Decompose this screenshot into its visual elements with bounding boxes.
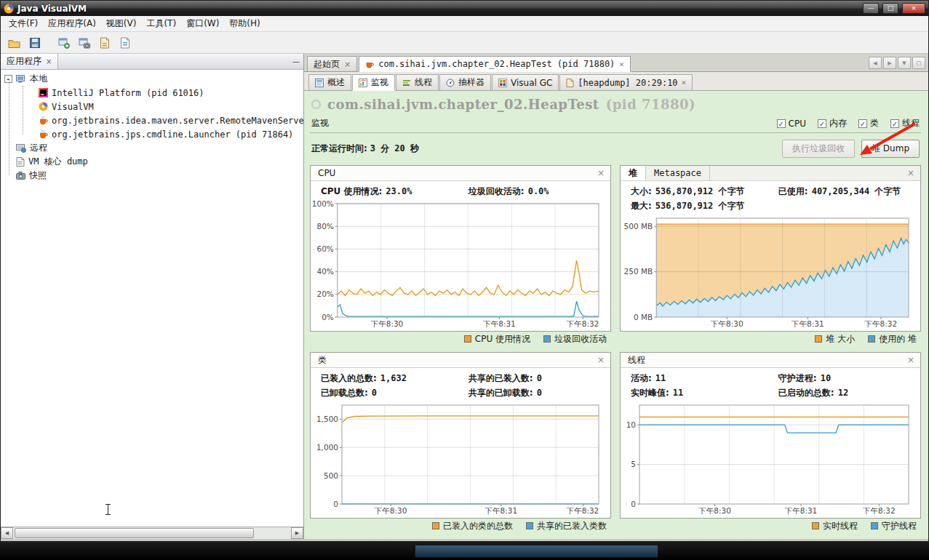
scrollbar-thumb[interactable] [15, 528, 254, 538]
stat: CPU 使用情况:23.0% [321, 185, 469, 198]
stat: 共享的已装入数:0 [469, 372, 600, 385]
checkbox-classes[interactable]: ✓类 [858, 117, 879, 129]
stat: 垃圾回收活动:0.0% [469, 185, 600, 198]
tree-node-snapshots[interactable]: 快照 [1, 169, 303, 183]
close-icon[interactable]: × [682, 79, 687, 87]
legend-swatch [464, 335, 471, 343]
tab-scroll-left-button[interactable]: ◀ [869, 57, 882, 69]
tab-heap[interactable]: 堆 [621, 166, 646, 180]
tab-heaptest[interactable]: com.sihai.jvm.chapter_02.HeapTest (pid 7… [359, 56, 631, 72]
tab-heapdump[interactable]: [heapdump] 20:29:10 × [559, 74, 693, 90]
tree-node-remotemavenserver[interactable]: org.jetbrains.idea.maven.server.RemoteMa… [1, 113, 303, 127]
tab-label: [heapdump] 20:29:10 [578, 78, 677, 88]
tree-node-visualvm[interactable]: VisualVM [1, 100, 303, 113]
stat: 实时峰值:11 [631, 387, 778, 399]
close-icon[interactable]: × [596, 168, 606, 178]
scroll-right-button[interactable]: ▶ [291, 527, 303, 539]
close-icon[interactable]: × [906, 168, 916, 178]
monitor-section-header: 监视 ✓CPU ✓内存 ✓类 ✓线程 [310, 117, 921, 133]
tab-scroll-right-button[interactable]: ▶ [883, 57, 896, 69]
applications-tab-label: 应用程序 [7, 55, 41, 68]
svg-text:40%: 40% [316, 267, 333, 276]
close-icon[interactable]: × [619, 60, 624, 68]
menu-help[interactable]: 帮助(H) [224, 16, 265, 31]
tree-node-intellij[interactable]: IntelliJ Platform (pid 61016) [1, 86, 303, 100]
tree-node-local[interactable]: - 本地 [1, 72, 303, 86]
tree-node-launcher[interactable]: org.jetbrains.jps.cmdline.Launcher (pid … [1, 127, 303, 141]
checkbox-cpu[interactable]: ✓CPU [777, 119, 806, 129]
svg-text:下午8:30: 下午8:30 [698, 506, 731, 515]
tab-monitor[interactable]: 监视 [352, 74, 395, 91]
legend-swatch [812, 522, 819, 529]
scroll-left-button[interactable]: ◀ [1, 527, 13, 539]
cpu-legend: CPU 使用情况 垃圾回收活动 [310, 332, 611, 346]
thread-dump-toolbar-button[interactable] [116, 33, 134, 52]
tree-node-coredump[interactable]: VM 核心 dump [1, 155, 303, 169]
metric-checkboxes: ✓CPU ✓内存 ✓类 ✓线程 [777, 117, 920, 129]
tab-list-dropdown-button[interactable]: ▼ [898, 57, 911, 69]
load-snapshot-button[interactable] [5, 33, 23, 52]
svg-text:下午8:30: 下午8:30 [710, 319, 743, 328]
menu-view[interactable]: 视图(V) [101, 16, 142, 31]
classes-panel-header: 类 × [311, 353, 610, 368]
horizontal-scrollbar[interactable]: ◀ ▶ [1, 527, 303, 539]
title-bar[interactable]: Java VisualVM — □ × [1, 1, 928, 16]
checkbox-label: 类 [870, 117, 879, 129]
applications-tab[interactable]: 应用程序 × [1, 54, 58, 69]
tab-visual-gc[interactable]: Visual GC [492, 74, 559, 90]
legend-item: CPU 使用情况 [464, 333, 530, 345]
camera-icon [16, 172, 25, 180]
uptime-label: 正常运行时间: [311, 143, 367, 153]
menu-tools[interactable]: 工具(T) [141, 16, 181, 31]
checkbox-icon[interactable]: ✓ [777, 119, 786, 128]
tab-start-page[interactable]: 起始页 × [307, 56, 357, 71]
threads-panel-header: 线程 × [621, 353, 920, 368]
close-icon[interactable]: × [906, 355, 916, 365]
tab-overview[interactable]: 概述 [308, 74, 351, 90]
svg-text:1,000: 1,000 [316, 443, 338, 452]
menu-applications[interactable]: 应用程序(A) [43, 16, 101, 31]
svg-text:下午8:31: 下午8:31 [784, 506, 818, 515]
monitor-chart-icon [359, 79, 367, 87]
classes-chart-cell: 类 × 已装入的总数:1,632 共享的已装入数:0 已卸载总数:0 共享的已卸… [310, 352, 611, 533]
taskbar-button[interactable] [415, 545, 658, 558]
minimize-panel-button[interactable]: — [289, 54, 303, 69]
maximize-document-button[interactable]: □ [912, 57, 925, 69]
add-application-button[interactable] [55, 33, 73, 52]
checkbox-icon[interactable]: ✓ [858, 119, 867, 128]
window-minimize-button[interactable]: — [863, 3, 879, 14]
applications-panel-header: 应用程序 × — [1, 54, 303, 70]
cpu-stats: CPU 使用情况:23.0% 垃圾回收活动:0.0% [311, 181, 610, 199]
application-snapshot-button[interactable] [75, 33, 93, 52]
heap-dump-toolbar-button[interactable] [95, 33, 113, 52]
close-icon[interactable]: × [344, 60, 351, 68]
uptime-row: 正常运行时间: 3 分 20 秒 执行垃圾回收 堆 Dump [311, 140, 920, 158]
window-close-button[interactable]: × [902, 3, 925, 14]
tab-threads[interactable]: 线程 [396, 74, 439, 90]
legend-item: 堆 大小 [815, 333, 855, 345]
window-maximize-button[interactable]: □ [882, 3, 898, 14]
close-icon[interactable]: × [596, 355, 606, 365]
classes-legend: 已装入的类的总数 共享的已装入类数 [310, 519, 611, 533]
svg-text:下午8:30: 下午8:30 [374, 506, 407, 515]
menu-file[interactable]: 文件(F) [4, 16, 43, 31]
tab-sampler[interactable]: 抽样器 [439, 74, 491, 90]
checkbox-icon[interactable]: ✓ [890, 119, 899, 128]
page-title-pid: (pid 71880) [606, 97, 695, 112]
java-app-icon [365, 60, 374, 68]
stat: 最大:536,870,912 个字节 [631, 200, 778, 212]
checkbox-memory[interactable]: ✓内存 [818, 117, 847, 129]
heapdump-file-icon [566, 79, 574, 87]
java-app-icon [39, 116, 48, 125]
heap-dump-button[interactable]: 堆 Dump [861, 140, 920, 158]
close-icon[interactable]: × [46, 57, 52, 65]
checkbox-threads[interactable]: ✓线程 [890, 117, 920, 129]
tree-node-remote[interactable]: 远程 [1, 141, 303, 155]
perform-gc-button[interactable]: 执行垃圾回收 [782, 140, 855, 158]
classes-stats: 已装入的总数:1,632 共享的已装入数:0 已卸载总数:0 共享的已卸载数:0 [311, 368, 610, 401]
tab-metaspace[interactable]: Metaspace [646, 166, 710, 180]
scrollbar-track[interactable] [13, 527, 291, 539]
menu-window[interactable]: 窗口(W) [181, 16, 224, 31]
checkbox-icon[interactable]: ✓ [818, 119, 826, 128]
save-snapshot-button[interactable] [25, 33, 44, 52]
